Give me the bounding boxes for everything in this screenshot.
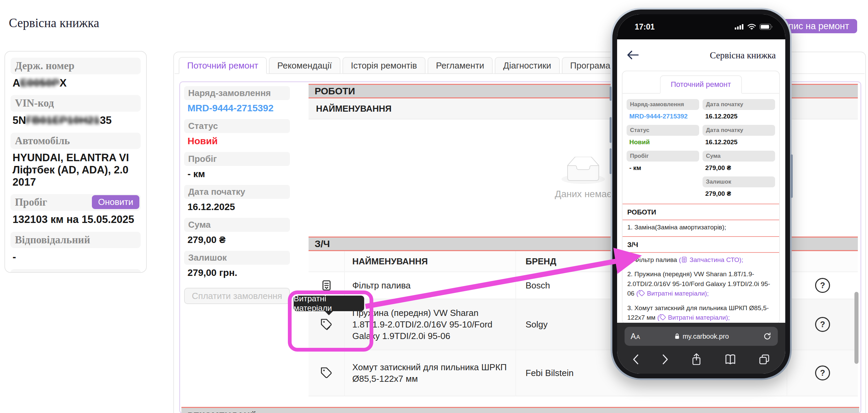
back-arrow-icon[interactable] [626,49,639,61]
address-bar[interactable]: AA my.carbook.pro [625,327,778,346]
sum-label: Сума [184,218,290,232]
bookmarks-icon[interactable] [724,354,736,365]
phone-parts-header: З/Ч [623,238,779,251]
lock-icon [674,333,680,340]
pay-order-button[interactable]: Сплатити замовлення [184,288,290,304]
field-value: 132103 км на 15.05.2025 [11,211,141,229]
safari-bottom-bar: AA my.carbook.pro [617,323,785,374]
phone-screen: 17:01 Сервісна книжка Поточний ремонт На… [617,14,785,374]
page: Сервісна книжка Запис на ремонт Держ. но… [0,0,868,413]
field-value: - [11,248,141,266]
field-vehicle: Автомобіль HYUNDAI, ELANTRA VI Ліфтбек (… [11,133,141,192]
phone-mockup: 17:01 Сервісна книжка Поточний ремонт На… [611,8,792,380]
tooltip-text: Витратні матеріали [294,294,364,313]
part-item: 2. Пружина (передня) VW Sharan 1.8T/1.9-… [623,268,779,302]
field-value: 5NГВ01ЕР10Н2135 [11,112,141,130]
order-number-label: Наряд-замовлення [627,99,699,110]
field-value: AЕ0050РХ [11,74,141,93]
vertical-scrollbar[interactable] [854,292,859,364]
part-item: 1. Фільтр палива ( Запчастина СТО); [623,254,779,268]
battery-icon [760,24,773,30]
tab-diagnostics[interactable]: Діагностики [495,57,559,74]
order-number-label: Наряд-замовлення [184,86,290,100]
tab-current-repair[interactable]: Поточний ремонт [179,57,267,74]
field-label: Номер телефону відповідального [11,269,141,273]
tab-regulations[interactable]: Регламенти [428,57,493,74]
wifi-icon [747,24,756,30]
back-nav-icon[interactable] [632,354,639,365]
empty-inbox-icon [561,157,605,185]
help-question-icon[interactable]: ? [815,317,830,332]
start-date-label: Дата початку [703,125,775,136]
order-summary: Наряд-замовлення MRD-9444-2715392 Статус… [184,86,290,304]
phone-order-summary: Наряд-замовлення MRD-9444-2715392 Статус… [623,94,779,203]
empty-text: Даних немає [555,189,612,200]
tag-icon [320,367,333,379]
page-title: Сервісна книжка [9,16,99,30]
start-date-label: Дата початку [703,99,775,110]
phone-tab-current-repair[interactable]: Поточний ремонт [660,75,742,94]
balance-label: Залишок [184,251,290,265]
tooltip-caret [325,311,333,315]
part-type-link[interactable]: ( Запчастина СТО); [679,256,743,263]
order-number-link[interactable]: MRD-9444-2715392 [629,113,699,120]
update-mileage-button[interactable]: Оновити [92,195,139,209]
field-responsible-phone: Номер телефону відповідального - [11,269,141,273]
clipboard-list-icon [320,279,333,292]
divider [623,236,779,237]
status-label: Статус [627,125,699,136]
status-time: 17:01 [635,22,655,32]
status-label: Статус [184,119,290,133]
order-number-link[interactable]: MRD-9444-2715392 [188,103,290,114]
tabs-icon[interactable] [758,353,770,365]
phone-status-bar: 17:01 [617,14,785,39]
help-question-icon[interactable]: ? [815,365,830,380]
tab-recommendations[interactable]: Рекомендації [269,57,340,74]
divider [623,252,779,253]
browser-toolbar [617,350,785,369]
tab-repair-history[interactable]: Історія ремонтів [342,57,426,74]
start-date-value: 16.12.2025 [705,113,775,120]
field-responsible: Відповідальний - [11,232,141,266]
mileage-value: - км [629,164,699,172]
redacted-text: Е0050Р [20,77,59,89]
clipboard-list-icon [681,256,688,263]
part-help-cell: ? [787,299,858,350]
mileage-label: Пробіг [627,151,699,162]
help-question-icon[interactable]: ? [815,278,830,293]
reload-icon[interactable] [763,332,772,341]
forward-nav-icon[interactable] [662,354,669,365]
share-icon[interactable] [691,353,702,366]
part-item: 3. Хомут затискний для пильника ШРКП Ø85… [623,302,779,326]
mileage-value: - км [188,169,290,180]
part-help-cell: ? [787,272,858,299]
divider [623,220,779,220]
phone-volume-up-button [610,117,612,143]
vehicle-info-card: Держ. номер AЕ0050РХ VIN-код 5NГВ01ЕР10Н… [4,51,147,273]
sum-value: 279,00 ₴ [705,164,775,172]
url-text: my.carbook.pro [640,333,763,340]
phone-repair-card: Поточний ремонт Наряд-замовлення MRD-944… [622,71,780,324]
field-plate-number: Держ. номер AЕ0050РХ [11,58,141,92]
phone-volume-down-button [610,148,612,174]
consumables-tooltip: Витратні матеріали [294,296,364,311]
parts-header-icon-col [309,251,345,272]
part-type-icon-cell [309,350,345,396]
tag-icon [320,318,333,331]
cellular-signal-icon [735,24,744,30]
part-name: Хомут затискний для пильника ШРКП Ø85,5-… [345,350,516,396]
balance-label: Залишок [703,176,775,187]
balance-value: 279,00 грн. [188,267,290,278]
parts-header-help-col [787,251,858,272]
phone-page-title: Сервісна книжка [710,50,776,61]
field-label: Відповідальний [11,232,141,248]
field-vin: VIN-код 5NГВ01ЕР10Н2135 [11,95,141,130]
status-icons [735,24,773,30]
tag-icon [659,314,666,321]
reader-button[interactable]: AA [631,332,640,341]
part-type-link[interactable]: ( Витратні матеріали); [657,314,730,321]
part-help-cell: ? [787,350,858,396]
divider [623,204,779,204]
part-name: Фільтр палива [345,272,516,299]
part-type-link[interactable]: ( Витратні матеріали); [636,290,709,297]
